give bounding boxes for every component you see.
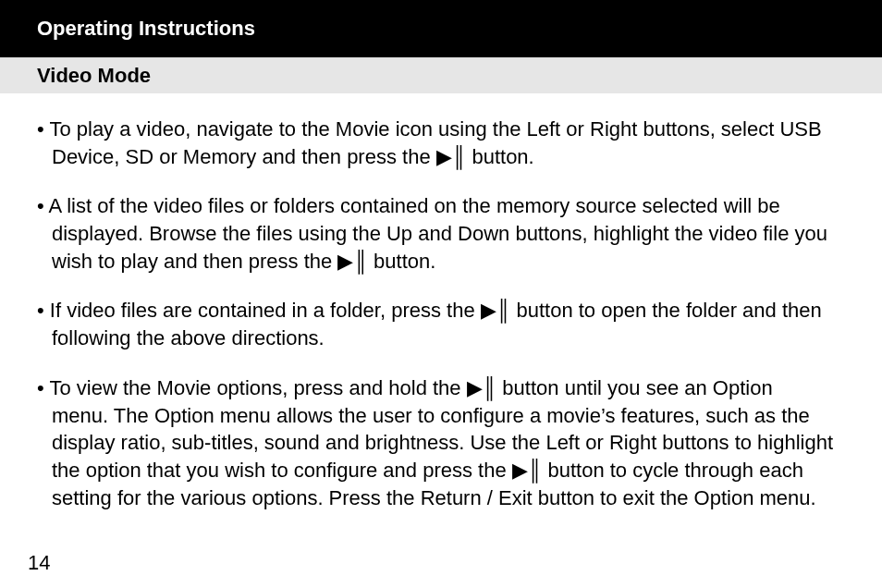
bullet-text: menu. The Option menu allows the user to… [37,402,854,430]
bullet-text: Device, SD or Memory and then press the … [37,143,854,171]
bullet-item: • To play a video, navigate to the Movie… [37,116,854,170]
bullet-text: setting for the various options. Press t… [37,484,854,512]
bullet-text: displayed. Browse the files using the Up… [37,220,854,248]
bullet-text: • A list of the video files or folders c… [37,192,854,220]
bullet-text: wish to play and then press the ▶║ butto… [37,248,854,276]
header-bar: Operating Instructions [0,0,882,57]
bullet-text: display ratio, sub-titles, sound and bri… [37,429,854,457]
header-title: Operating Instructions [37,17,255,40]
bullet-text: • To play a video, navigate to the Movie… [37,116,854,143]
bullet-item: • If video files are contained in a fold… [37,297,854,351]
bullet-text: following the above directions. [37,325,854,352]
bullet-text: the option that you wish to configure an… [37,457,854,484]
page-container: Operating Instructions Video Mode • To p… [0,0,882,588]
page-number: 14 [28,551,50,575]
bullet-text: • If video files are contained in a fold… [37,297,854,325]
bullet-text: • To view the Movie options, press and h… [37,374,854,402]
subheader-bar: Video Mode [0,57,882,93]
content-region: • To play a video, navigate to the Movie… [0,93,882,511]
subheader-title: Video Mode [37,64,151,87]
bullet-item: • A list of the video files or folders c… [37,192,854,275]
bullet-item: • To view the Movie options, press and h… [37,374,854,511]
